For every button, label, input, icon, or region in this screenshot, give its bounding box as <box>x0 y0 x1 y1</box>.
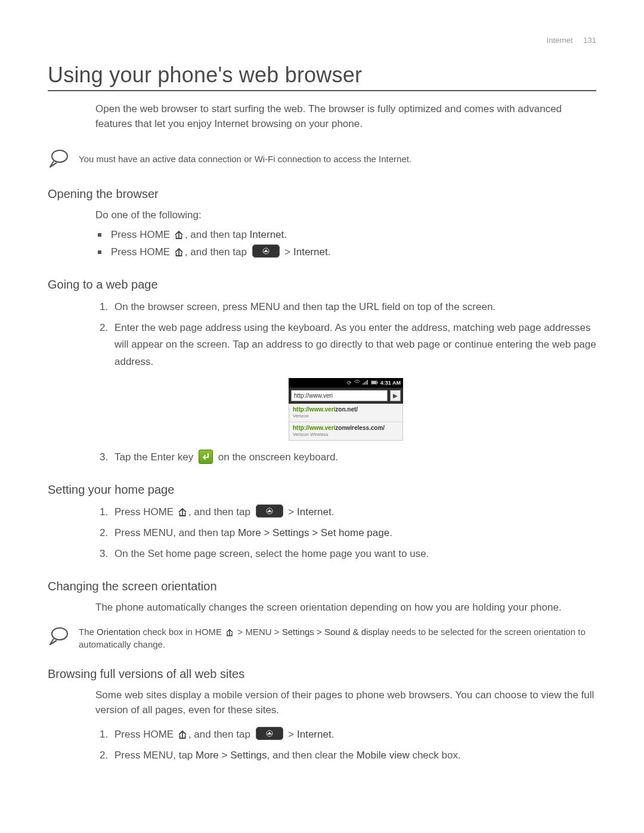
text: , and then tap <box>185 229 250 240</box>
text: , and then clear the <box>267 750 357 761</box>
text: > <box>288 729 297 740</box>
svg-rect-6 <box>377 382 378 383</box>
home-step-2: Press MENU, and then tap More > Settings… <box>111 525 596 542</box>
phone-go-button: ▶ <box>390 390 401 401</box>
header-page-number: 131 <box>583 36 596 45</box>
going-step-3: Tap the Enter key on the onscreen keyboa… <box>111 449 596 466</box>
section-full-heading: Browsing full versions of all web sites <box>48 667 596 681</box>
all-apps-icon <box>256 727 283 740</box>
text: The <box>79 627 97 637</box>
text-bold: Internet <box>250 229 284 240</box>
svg-rect-4 <box>367 380 368 385</box>
opening-bullet-2: Press HOME , and then tap > Internet. <box>95 244 596 261</box>
phone-url-input: http://www.veri <box>291 390 388 401</box>
page: Internet 131 Using your phone's web brow… <box>0 0 644 833</box>
note-row: You must have an active data connection … <box>48 148 596 169</box>
home-icon <box>225 628 234 637</box>
phone-time: 4:31 AM <box>380 380 401 386</box>
svg-rect-2 <box>364 382 365 385</box>
text-bold: Internet <box>297 729 332 740</box>
opening-lead: Do one of the following: <box>95 208 596 223</box>
text-bold: Internet <box>293 246 328 258</box>
note-row-orient: The Orientation check box in HOME > MENU… <box>48 625 596 651</box>
battery-icon <box>371 380 378 386</box>
home-icon <box>174 230 184 240</box>
sync-icon: ⟳ <box>347 380 352 386</box>
full-step-2: Press MENU, tap More > Settings, and the… <box>111 747 596 764</box>
section-opening-heading: Opening the browser <box>48 187 596 201</box>
signal-icon <box>363 380 369 386</box>
home-steps: Press HOME , and then tap > Internet. Pr… <box>95 504 596 563</box>
section-orient-heading: Changing the screen orientation <box>48 580 596 593</box>
text: zonwireless.com/ <box>335 425 385 431</box>
svg-point-8 <box>52 628 67 640</box>
text: check box. <box>410 750 461 761</box>
svg-point-0 <box>52 150 67 162</box>
going-steps: On the browser screen, press MENU and th… <box>95 299 596 371</box>
page-header: Internet 131 <box>547 36 596 45</box>
svg-rect-3 <box>366 381 367 385</box>
text-bold: More > Settings > Set home page <box>238 527 389 538</box>
full-step-1: Press HOME , and then tap > Internet. <box>111 726 596 744</box>
title-rule <box>48 90 596 91</box>
text-bold: Mobile view <box>357 750 410 761</box>
balloon-icon <box>48 625 69 647</box>
text: Press HOME <box>114 729 177 740</box>
text: , and then tap <box>188 729 253 740</box>
going-step-2: Enter the web page address using the key… <box>111 320 596 371</box>
going-step-1: On the browser screen, press MENU and th… <box>111 299 596 316</box>
svg-rect-1 <box>363 383 364 385</box>
text: > <box>288 506 297 518</box>
text: Press HOME <box>111 229 173 240</box>
text: Verizon Wireless <box>293 432 399 437</box>
intro-paragraph: Open the web browser to start surfing th… <box>95 102 596 131</box>
page-title: Using your phone's web browser <box>48 63 596 88</box>
phone-suggestions: http://www.verizon.net/ Verizon http://w… <box>289 404 403 441</box>
section-going-heading: Going to a web page <box>48 278 596 292</box>
text: zon.net/ <box>335 406 358 413</box>
all-apps-icon <box>256 504 283 518</box>
home-step-1: Press HOME , and then tap > Internet. <box>111 504 596 521</box>
home-icon <box>178 730 187 739</box>
all-apps-icon <box>252 244 280 258</box>
phone-url-row: http://www.veri ▶ <box>289 388 403 404</box>
phone-status-bar: ⟳ 4:31 AM <box>289 378 403 388</box>
text: Verizon <box>293 413 399 419</box>
home-icon <box>178 507 187 517</box>
orient-para: The phone automatically changes the scre… <box>95 600 596 615</box>
text: , and then tap <box>185 246 250 258</box>
wifi-icon <box>354 380 360 386</box>
enter-key-icon <box>199 450 213 464</box>
opening-bullet-1: Press HOME , and then tap Internet. <box>95 227 596 244</box>
section-home-heading: Setting your home page <box>48 483 596 497</box>
text: Press HOME <box>111 246 173 258</box>
text: Tap the Enter key <box>114 451 196 463</box>
text: > <box>284 246 293 258</box>
text-bold: More > Settings <box>196 750 267 761</box>
header-section: Internet <box>547 36 573 45</box>
full-steps: Press HOME , and then tap > Internet. Pr… <box>95 726 596 764</box>
opening-bullets: Press HOME , and then tap Internet. Pres… <box>95 227 596 261</box>
note-text-orient: The Orientation check box in HOME > MENU… <box>79 625 596 651</box>
phone-screenshot: ⟳ 4:31 AM http://www.veri ▶ http://www.v… <box>289 378 403 441</box>
text-bold: Orientation <box>97 627 140 637</box>
text: Press MENU, and then tap <box>114 527 238 538</box>
text: Press HOME <box>114 506 177 518</box>
home-icon <box>174 247 184 257</box>
text: on the onscreen keyboard. <box>218 451 338 463</box>
full-para: Some web sites display a mobile version … <box>95 688 596 717</box>
text: , and then tap <box>188 506 253 518</box>
text: http://www.veri <box>293 425 335 431</box>
text: > MENU > <box>235 627 281 637</box>
text: Press MENU, tap <box>114 750 196 761</box>
text: http://www.veri <box>293 406 335 413</box>
text-bold: Internet <box>297 506 332 518</box>
home-step-3: On the Set home page screen, select the … <box>111 546 596 563</box>
svg-rect-7 <box>371 381 376 384</box>
text: check box in HOME <box>140 627 224 637</box>
phone-suggestion-1: http://www.verizon.net/ Verizon <box>289 404 402 422</box>
phone-suggestion-2: http://www.verizonwireless.com/ Verizon … <box>289 422 402 440</box>
going-steps-cont: Tap the Enter key on the onscreen keyboa… <box>95 449 596 466</box>
balloon-icon <box>48 148 69 169</box>
note-text: You must have an active data connection … <box>79 153 411 165</box>
